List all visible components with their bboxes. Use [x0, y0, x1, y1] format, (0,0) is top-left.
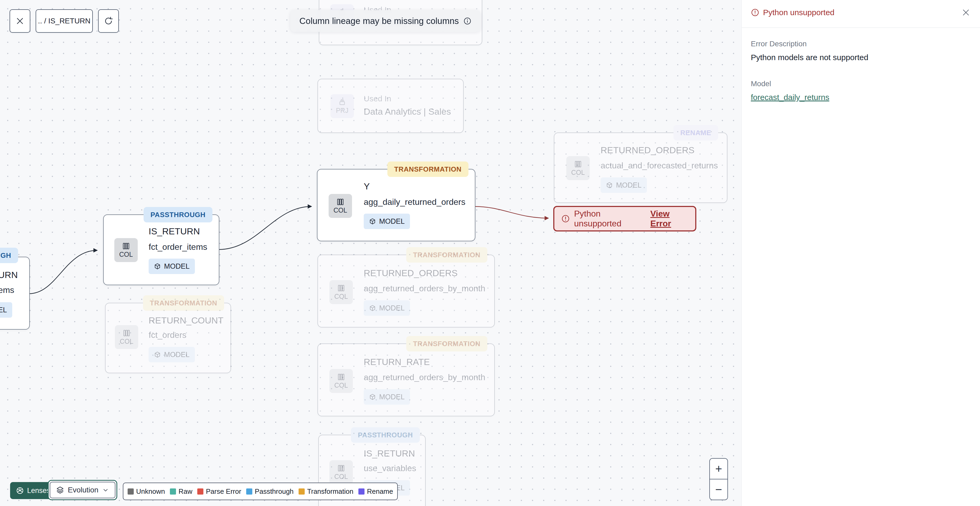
model-chip: MODEL — [364, 300, 410, 316]
model-link[interactable]: forecast_daily_returns — [751, 93, 829, 102]
edge-type-badge: TRANSFORMATION — [406, 336, 487, 351]
node-subtitle: agg_daily_returned_orders — [364, 197, 465, 207]
error-description-label: Error Description — [751, 40, 980, 48]
close-panel-icon[interactable] — [961, 8, 970, 17]
node-subtitle: actual_and_forecasted_returns — [601, 161, 718, 171]
legend-item-transformation: Transformation — [299, 487, 353, 496]
lineage-node-isreturn[interactable]: PASSTHROUGH COL IS_RETURN fct_order_item… — [103, 214, 220, 285]
zoom-out-button[interactable]: − — [710, 479, 727, 500]
cube-icon — [369, 305, 376, 311]
lineage-node-returned-orders-forecast[interactable]: RENAME COL RETURNED_ORDERS actual_and_fo… — [554, 132, 727, 203]
close-icon — [16, 16, 24, 26]
node-subtitle: fct_order_items — [0, 285, 14, 295]
lenses-label: Lenses — [27, 487, 50, 495]
aperture-icon — [16, 487, 24, 495]
panel-title-row: Python unsupported — [751, 8, 835, 17]
project-chip: PRJ — [331, 94, 354, 118]
columns-icon — [337, 373, 345, 381]
columns-icon — [337, 464, 345, 472]
cube-icon — [606, 182, 613, 188]
legend-item-passthrough: Passthrough — [246, 487, 294, 496]
column-chip: COL — [329, 280, 353, 304]
error-description-text: Python models are not supported — [751, 53, 980, 62]
node-title: IS_RETURN — [149, 226, 200, 236]
lineage-node-agg-daily[interactable]: TRANSFORMATION COL Y agg_daily_returned_… — [317, 169, 476, 241]
lens-dropdown[interactable]: Evolution — [48, 480, 117, 500]
columns-icon — [122, 242, 130, 250]
lens-selected-label: Evolution — [68, 486, 99, 494]
model-chip: MODEL — [149, 259, 195, 274]
column-chip: COL — [329, 369, 353, 393]
edge-type-badge: TRANSFORMATION — [143, 295, 224, 311]
error-label: Python unsupported — [574, 209, 642, 228]
lens-legend: Unknown Raw Parse Error Passthrough Tran… — [123, 483, 398, 500]
cube-icon — [369, 393, 376, 401]
edge-agg-to-error — [474, 206, 549, 218]
node-title: RETURN_RATE — [364, 357, 430, 367]
chevron-down-icon — [102, 487, 109, 493]
info-icon[interactable] — [463, 17, 472, 25]
node-title: Y — [364, 181, 370, 192]
column-chip: COL — [329, 194, 352, 218]
column-chip: COL — [115, 238, 138, 262]
columns-icon — [337, 284, 345, 292]
lineage-node-return-count[interactable]: TRANSFORMATION COL RETURN_COUNT fct_orde… — [105, 303, 231, 373]
lineage-node-usedin-sales[interactable]: PRJ Used In Data Analytics | Sales — [317, 79, 464, 133]
node-subtitle: agg_returned_orders_by_month — [364, 372, 485, 382]
edge-type-badge: TRANSFORMATION — [387, 161, 468, 177]
error-node-python-unsupported[interactable]: Python unsupported View Error — [553, 206, 696, 231]
columns-icon — [336, 198, 344, 206]
lineage-node-isreturn-cut[interactable]: PASSTHROUGH IS_RETURN fct_order_items MO… — [0, 257, 30, 330]
tooltip-text: Column lineage may be missing columns — [299, 16, 459, 26]
legend-item-rename: Rename — [358, 487, 393, 496]
node-title: RETURNED_ORDERS — [364, 268, 458, 278]
legend-swatch — [358, 488, 364, 495]
lineage-canvas[interactable]: PRJ Used In Data Analytics | Marketing P… — [0, 0, 742, 506]
node-title: Used In — [364, 94, 391, 103]
model-label: Model — [751, 80, 980, 88]
node-subtitle: fct_order_items — [149, 242, 207, 252]
columns-icon — [574, 160, 582, 168]
column-chip: COL — [566, 156, 590, 180]
chip-label: PRJ — [336, 107, 348, 114]
lineage-warning-tooltip: Column lineage may be missing columns — [290, 10, 481, 32]
model-chip: MODEL — [0, 302, 12, 318]
edge-cut-to-isreturn — [29, 251, 97, 294]
node-title: RETURNED_ORDERS — [601, 145, 694, 155]
legend-swatch — [246, 488, 252, 495]
edge-type-badge: PASSTHROUGH — [143, 207, 212, 222]
view-error-link[interactable]: View Error — [650, 209, 688, 228]
lineage-node-returned-orders-month[interactable]: TRANSFORMATION COL RETURNED_ORDERS agg_r… — [317, 255, 495, 327]
node-title: IS_RETURN — [364, 448, 415, 459]
evolution-layers-icon — [56, 486, 64, 494]
node-subtitle: fct_orders — [149, 330, 186, 340]
legend-item-parse-error: Parse Error — [197, 487, 241, 496]
alert-circle-icon — [751, 8, 759, 17]
model-chip: MODEL — [601, 177, 647, 193]
cube-icon — [369, 218, 376, 225]
legend-swatch — [299, 488, 305, 495]
zoom-controls: + − — [710, 458, 728, 500]
refresh-icon — [104, 16, 113, 26]
node-subtitle: agg_returned_orders_by_month — [364, 284, 485, 294]
panel-title: Python unsupported — [763, 8, 835, 17]
columns-icon — [123, 329, 130, 337]
model-chip: MODEL — [364, 214, 410, 229]
model-chip: MODEL — [149, 347, 195, 362]
edge-type-badge: TRANSFORMATION — [406, 247, 487, 263]
close-lineage-button[interactable] — [10, 9, 30, 33]
node-subtitle: Data Analytics | Sales — [364, 106, 451, 117]
refresh-button[interactable] — [98, 9, 119, 33]
breadcrumb[interactable]: .. / IS_RETURN — [36, 9, 93, 33]
node-title: IS_RETURN — [0, 270, 18, 280]
legend-swatch — [127, 488, 134, 495]
zoom-in-button[interactable]: + — [710, 459, 727, 479]
legend-item-raw: Raw — [170, 487, 192, 496]
legend-item-unknown: Unknown — [127, 487, 165, 496]
alert-circle-icon — [561, 214, 570, 223]
node-subtitle: use_variables — [364, 463, 416, 473]
legend-swatch — [170, 488, 176, 495]
error-detail-panel: Python unsupported Error Description Pyt… — [742, 0, 980, 506]
column-chip: COL — [115, 325, 138, 349]
lineage-node-return-rate[interactable]: TRANSFORMATION COL RETURN_RATE agg_retur… — [317, 343, 495, 417]
